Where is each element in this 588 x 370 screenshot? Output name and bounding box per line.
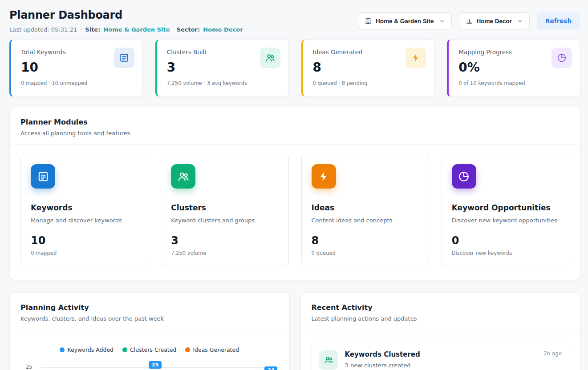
module-caption: 0 queued [312, 250, 419, 256]
header-left: Planner Dashboard Last updated: 05:31:21… [9, 9, 243, 33]
stat-caption: 7,250 volume · 3 avg keywords [167, 80, 280, 86]
chevron-down-icon [439, 18, 445, 24]
recent-activity-header: Recent Activity Latest planning actions … [301, 293, 580, 330]
stat-caption: 0 mapped · 10 unmapped [21, 80, 134, 86]
users-icon [319, 350, 338, 370]
modules-subtitle: Access all planning tools and features [20, 130, 569, 137]
modules-panel-header: Planner Modules Access all planning tool… [10, 107, 580, 145]
module-value: 3 [171, 234, 278, 247]
lightning-icon [406, 48, 426, 68]
activity-item-time: 2h ago [543, 350, 562, 357]
chart-legend: Keywords Added Clusters Created Ideas Ge… [10, 346, 289, 353]
planning-activity-title: Planning Activity [20, 303, 279, 312]
list-document-icon [114, 48, 134, 68]
legend-item-ideas-generated[interactable]: Ideas Generated [185, 346, 239, 353]
module-card-clusters[interactable]: Clusters Keyword clusters and groups 3 7… [161, 154, 288, 266]
sector-link[interactable]: Home Decor [203, 26, 243, 33]
activity-list-item[interactable]: Keywords Clustered 2h ago 3 new clusters… [312, 343, 570, 370]
legend-label: Clusters Created [130, 346, 176, 353]
data-point-label: 24 [264, 366, 277, 370]
sector-selector-label: Home Decor [477, 18, 512, 24]
module-caption: 7,250 volume [171, 250, 278, 256]
activity-item-description: 3 new clusters created [345, 362, 562, 369]
module-caption: Discover new keywords [452, 250, 559, 256]
module-caption: 0 mapped [31, 250, 138, 256]
bottom-row: Planning Activity Keywords, clusters, an… [9, 292, 580, 370]
stat-card-clusters-built: Clusters Built 3 7,250 volume · 3 avg ke… [155, 39, 289, 97]
planner-dashboard-page: Planner Dashboard Last updated: 05:31:21… [0, 0, 588, 370]
stat-card-ideas-generated: Ideas Generated 8 0 queued · 8 pending [301, 39, 435, 97]
site-selector[interactable]: Home & Garden Site [358, 12, 452, 29]
divider [301, 330, 580, 330]
module-card-keyword-opportunities[interactable]: Keyword Opportunities Discover new keywo… [442, 154, 569, 266]
pie-chart-icon [452, 164, 476, 189]
legend-item-keywords-added[interactable]: Keywords Added [60, 346, 114, 353]
module-title: Clusters [171, 203, 278, 212]
users-icon [171, 164, 195, 189]
stat-card-mapping-progress: Mapping Progress 0% 0 of 10 keywords map… [447, 39, 580, 97]
module-title: Keyword Opportunities [452, 203, 559, 212]
legend-dot-blue [60, 347, 65, 352]
planning-activity-panel: Planning Activity Keywords, clusters, an… [9, 292, 290, 370]
bar-chart-icon [466, 17, 473, 24]
users-icon [260, 48, 280, 68]
module-card-ideas[interactable]: Ideas Content ideas and concepts 8 0 que… [301, 154, 429, 266]
legend-item-clusters-created[interactable]: Clusters Created [122, 346, 176, 353]
planning-activity-chart: 25 25 24 [10, 359, 289, 370]
module-description: Manage and discover keywords [31, 217, 138, 224]
refresh-button[interactable]: Refresh [537, 12, 580, 29]
header-controls: Home & Garden Site Home Decor Refresh [358, 12, 580, 29]
module-value: 8 [312, 234, 419, 247]
module-value: 0 [452, 234, 559, 247]
stat-caption: 0 queued · 8 pending [313, 80, 426, 86]
module-description: Content ideas and concepts [312, 217, 419, 224]
module-description: Discover new keyword opportunities [452, 217, 559, 224]
header-meta: Last updated: 05:31:21 · Site: Home & Ga… [9, 26, 243, 33]
stat-card-total-keywords: Total Keywords 10 0 mapped · 10 unmapped [9, 39, 143, 97]
sector-selector[interactable]: Home Decor [459, 12, 530, 29]
recent-activity-subtitle: Latest planning actions and updates [312, 315, 570, 322]
stat-caption: 0 of 10 keywords mapped [458, 80, 571, 86]
meta-separator: · [80, 26, 82, 33]
building-icon [365, 17, 372, 24]
module-card-keywords[interactable]: Keywords Manage and discover keywords 10… [20, 154, 148, 266]
sector-label: Sector: [177, 26, 200, 33]
legend-dot-green [122, 347, 127, 352]
recent-activity-panel: Recent Activity Latest planning actions … [300, 292, 581, 370]
planning-activity-header: Planning Activity Keywords, clusters, an… [10, 293, 289, 330]
last-updated-text: Last updated: 05:31:21 [9, 26, 77, 33]
y-axis-tick: 25 [26, 364, 32, 370]
topbar: Planner Dashboard Last updated: 05:31:21… [0, 0, 588, 37]
recent-activity-title: Recent Activity [312, 303, 570, 312]
planner-modules-panel: Planner Modules Access all planning tool… [9, 107, 580, 280]
legend-dot-orange [185, 347, 190, 352]
planning-activity-subtitle: Keywords, clusters, and ideas over the p… [20, 315, 279, 322]
data-point-label: 25 [149, 361, 162, 369]
activity-top-row: Keywords Clustered 2h ago [345, 350, 562, 358]
site-selector-label: Home & Garden Site [376, 18, 434, 24]
chevron-down-icon [517, 18, 523, 24]
modules-title: Planner Modules [20, 118, 569, 126]
module-title: Ideas [312, 203, 419, 212]
page-title: Planner Dashboard [9, 9, 243, 21]
divider [10, 330, 289, 330]
activity-body: Keywords Clustered 2h ago 3 new clusters… [345, 350, 562, 370]
activity-item-title: Keywords Clustered [345, 350, 420, 358]
legend-label: Ideas Generated [193, 346, 239, 353]
site-label: Site: [85, 26, 100, 33]
module-value: 10 [31, 234, 138, 247]
lightning-icon [312, 164, 336, 189]
list-document-icon [31, 164, 55, 189]
modules-grid: Keywords Manage and discover keywords 10… [10, 145, 580, 280]
module-title: Keywords [31, 203, 138, 212]
stats-row: Total Keywords 10 0 mapped · 10 unmapped… [0, 37, 588, 97]
pie-chart-icon [552, 48, 572, 68]
legend-label: Keywords Added [67, 346, 114, 353]
module-description: Keyword clusters and groups [171, 217, 278, 224]
site-link[interactable]: Home & Garden Site [103, 26, 170, 33]
